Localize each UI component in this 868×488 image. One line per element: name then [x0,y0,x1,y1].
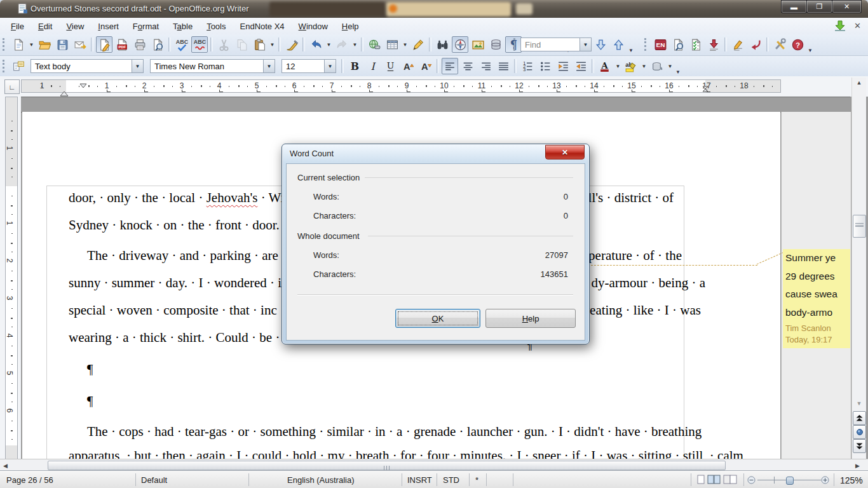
redo-dropdown-icon[interactable]: ▼ [351,37,359,52]
spellcheck-icon[interactable]: ABC [173,36,190,53]
font-name-combo-dropdown-icon[interactable]: ▼ [263,60,275,72]
mail-icon[interactable] [72,36,88,53]
align-left-icon[interactable] [442,58,458,74]
endnote-edit-citation-icon[interactable] [729,36,746,53]
page-preview-icon[interactable] [149,36,166,53]
menu-endnote-x4[interactable]: EndNote X4 [233,19,292,34]
dialog-close-button[interactable]: ✕ [545,145,585,159]
modified-status[interactable]: * [475,475,478,485]
font-decrease-icon[interactable]: A [417,58,434,74]
menu-insert[interactable]: Insert [91,19,126,34]
selection-mode-status[interactable]: STD [443,475,459,485]
scroll-up-icon[interactable]: ▲ [852,79,866,86]
menu-table[interactable]: Table [166,19,200,34]
toolbar-overflow-icon[interactable]: ▼ [628,48,634,53]
endnote-find-citations-icon[interactable] [670,36,686,53]
highlight-dropdown-icon[interactable]: ▼ [640,58,648,74]
menu-file[interactable]: File [4,19,31,34]
menu-view[interactable]: View [59,19,91,34]
toolbar-grip[interactable] [644,38,649,51]
cut-icon[interactable] [215,36,232,53]
page-number-status[interactable]: Page 26 / 56 [6,475,53,485]
menu-tools[interactable]: Tools [200,19,233,34]
zoom-out-icon[interactable] [747,476,756,484]
hyperlink-icon[interactable] [366,36,383,53]
book-view-icon[interactable] [723,475,737,485]
new-document-dropdown-icon[interactable]: ▼ [27,37,36,52]
table-dropdown-icon[interactable]: ▼ [401,37,409,52]
open-icon[interactable] [36,36,53,53]
find-next-icon[interactable] [592,36,609,53]
list-number-icon[interactable]: 123 [519,58,536,74]
undo-dropdown-icon[interactable]: ▼ [325,37,333,52]
save-icon[interactable] [54,36,71,53]
restore-button[interactable]: ❐ [806,0,832,13]
ok-button[interactable]: OK [395,309,480,328]
paragraph-style-combo-dropdown-icon[interactable]: ▼ [132,60,143,72]
font-color-icon[interactable]: A [597,58,613,74]
next-page-button[interactable] [853,439,866,453]
underline-icon[interactable]: U [382,58,398,74]
title-bar[interactable]: Overturned Stones second draft.odt - Ope… [0,0,868,18]
background-color-dropdown-icon[interactable]: ▼ [666,58,674,74]
toolbar-grip[interactable] [3,60,8,72]
previous-page-button[interactable] [853,411,866,425]
find-input[interactable]: Find▼ [520,37,592,51]
copy-icon[interactable] [233,36,250,53]
navigation-button[interactable] [853,425,866,439]
gallery-icon[interactable] [470,36,486,53]
tab-type-button[interactable]: ∟ [4,79,20,94]
indent-decrease-icon[interactable] [555,58,571,74]
close-button[interactable]: ✕ [832,0,862,13]
undo-icon[interactable] [308,36,324,53]
close-document-icon[interactable]: ✕ [854,21,861,30]
align-right-icon[interactable] [477,58,494,74]
vertical-scroll-thumb[interactable] [853,215,866,238]
export-pdf-icon[interactable]: PDF [114,36,130,53]
scroll-down-icon[interactable]: ▼ [852,400,866,407]
menu-format[interactable]: Format [126,19,166,34]
first-line-indent-marker[interactable] [79,79,87,91]
find-replace-icon[interactable] [434,36,451,53]
align-justify-icon[interactable] [495,58,512,74]
paste-icon[interactable] [251,36,268,53]
auto-spellcheck-icon[interactable]: ABC [191,36,208,53]
horizontal-scroll-thumb[interactable] [48,461,726,470]
edit-file-icon[interactable] [96,36,112,53]
help-button[interactable]: Help [485,309,576,328]
zoom-in-icon[interactable] [821,476,829,484]
menu-window[interactable]: Window [292,19,335,34]
new-document-icon[interactable] [10,36,27,53]
redo-icon[interactable] [334,36,350,53]
find-input-dropdown-icon[interactable]: ▼ [580,38,591,51]
toolbar-grip[interactable] [513,38,519,51]
font-name-combo[interactable]: Times New Roman▼ [150,59,275,73]
vertical-ruler[interactable]: 1123456 [5,97,18,459]
list-bullet-icon[interactable] [537,58,553,74]
endnote-logo-icon[interactable]: EN [652,36,668,53]
endnote-insert-citation-icon[interactable] [705,36,722,53]
right-indent-marker[interactable] [702,83,709,95]
font-size-combo-dropdown-icon[interactable]: ▼ [324,60,336,72]
paste-dropdown-icon[interactable]: ▼ [268,37,276,52]
single-page-view-icon[interactable] [695,475,707,485]
paragraph-style-combo[interactable]: Text body▼ [31,59,144,73]
update-available-icon[interactable] [834,20,846,32]
zoom-slider-thumb[interactable] [786,477,794,485]
menu-help[interactable]: Help [335,19,366,34]
scroll-left-icon[interactable]: ◀ [3,463,8,469]
font-color-dropdown-icon[interactable]: ▼ [614,58,622,74]
styles-icon[interactable] [10,58,27,74]
horizontal-scrollbar[interactable]: ◀ ▶ [0,459,868,471]
endnote-tools-icon[interactable] [771,36,788,53]
show-draw-icon[interactable] [410,36,426,53]
vertical-scrollbar[interactable]: ▲ ▼ [851,78,866,459]
toolbar-overflow-icon[interactable]: ▼ [808,48,813,53]
comment-box[interactable]: Summer ye29 degreescause sweabody-armoTi… [783,249,850,348]
endnote-help-icon[interactable]: ? [789,36,806,53]
page-style-status[interactable]: Default [141,475,167,485]
endnote-format-bibliography-icon[interactable] [688,36,704,53]
language-status[interactable]: English (Australia) [287,475,355,485]
zoom-percentage[interactable]: 125% [840,475,863,485]
minimize-button[interactable]: ▬ [781,0,807,13]
